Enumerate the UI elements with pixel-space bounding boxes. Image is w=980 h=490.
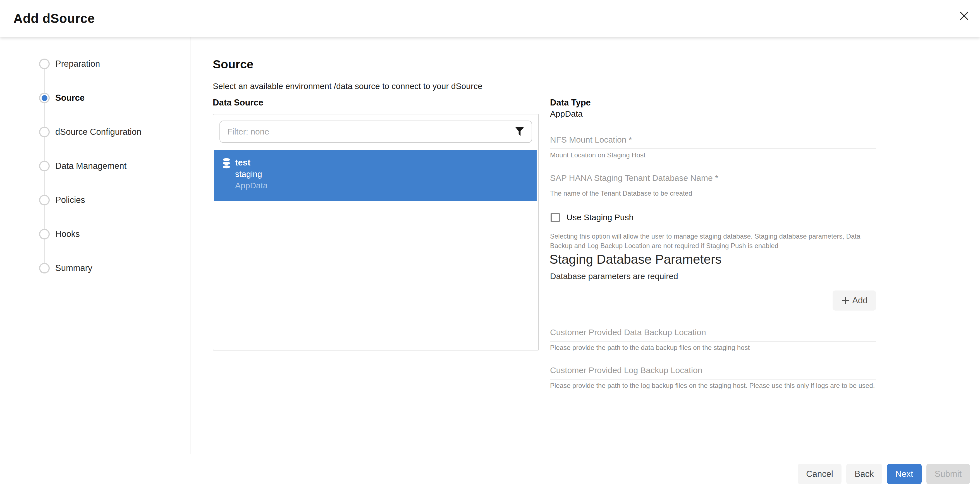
field-helper-text: Mount Location on Staging Host	[550, 151, 876, 159]
stepper-content-divider	[190, 37, 191, 454]
staging-push-description: Selecting this option will allow the use…	[550, 232, 874, 251]
data-source-list-item-selected[interactable]: test staging AppData	[214, 150, 537, 201]
step-label: Summary	[55, 263, 92, 273]
data-source-type: AppData	[235, 180, 268, 191]
database-icon	[222, 158, 231, 168]
data-backup-location-input[interactable]	[550, 328, 876, 341]
data-source-environment: staging	[235, 168, 268, 180]
back-button[interactable]: Back	[846, 464, 882, 484]
step-data-management[interactable]: Data Management	[39, 161, 126, 171]
log-backup-location-input[interactable]	[550, 366, 876, 379]
field-helper-text: The name of the Tenant Database to be cr…	[550, 189, 876, 197]
step-circle-icon	[39, 161, 50, 171]
field-helper-text: Please provide the path to the data back…	[550, 344, 876, 352]
data-source-list-box: test staging AppData	[213, 114, 539, 350]
step-label: Source	[55, 93, 84, 103]
staging-parameters-subheading: Database parameters are required	[550, 271, 678, 281]
use-staging-push-checkbox[interactable]	[550, 213, 560, 222]
step-circle-active-icon	[39, 93, 50, 103]
tenant-database-name-input[interactable]	[550, 173, 876, 187]
filter-field	[220, 121, 532, 143]
step-label: Policies	[55, 195, 85, 205]
step-summary[interactable]: Summary	[39, 263, 92, 273]
dialog-header: Add dSource	[0, 0, 980, 37]
step-circle-icon	[39, 229, 50, 239]
step-dsource-configuration[interactable]: dSource Configuration	[39, 127, 141, 137]
page-description: Select an available environment /data so…	[213, 81, 482, 91]
data-source-name: test	[235, 157, 268, 168]
log-backup-location-field: Please provide the path to the log backu…	[550, 366, 876, 390]
tenant-database-name-field: The name of the Tenant Database to be cr…	[550, 173, 876, 197]
nfs-mount-location-field: Mount Location on Staging Host	[550, 135, 876, 159]
field-helper-text: Please provide the path to the log backu…	[550, 382, 876, 390]
page-title: Source	[213, 57, 253, 71]
filter-funnel-icon	[515, 127, 524, 137]
use-staging-push-row: Use Staging Push	[550, 212, 633, 222]
next-button[interactable]: Next	[887, 464, 922, 484]
add-parameter-button[interactable]: Add	[832, 290, 876, 311]
step-hooks[interactable]: Hooks	[39, 229, 80, 239]
add-dsource-dialog: Add dSource Preparation Source dSource C…	[0, 0, 980, 490]
step-source[interactable]: Source	[39, 93, 84, 103]
footer-actions: Cancel Back Next Submit	[798, 464, 970, 484]
step-label: Hooks	[55, 229, 80, 239]
step-policies[interactable]: Policies	[39, 195, 85, 205]
dialog-title: Add dSource	[13, 11, 95, 26]
step-circle-icon	[39, 127, 50, 137]
step-label: Preparation	[55, 59, 100, 69]
data-source-item-text: test staging AppData	[235, 157, 268, 191]
step-preparation[interactable]: Preparation	[39, 59, 100, 69]
submit-button[interactable]: Submit	[926, 464, 970, 484]
data-type-label: Data Type	[550, 98, 591, 108]
plus-icon	[841, 296, 850, 305]
step-circle-icon	[39, 195, 50, 205]
data-type-value: AppData	[550, 109, 583, 119]
filter-input[interactable]	[220, 121, 532, 143]
nfs-mount-location-input[interactable]	[550, 135, 876, 149]
step-label: dSource Configuration	[55, 127, 141, 137]
staging-parameters-heading: Staging Database Parameters	[549, 252, 721, 267]
step-label: Data Management	[55, 161, 126, 171]
close-button[interactable]	[956, 8, 972, 24]
use-staging-push-label: Use Staging Push	[566, 212, 633, 222]
data-backup-location-field: Please provide the path to the data back…	[550, 328, 876, 352]
data-source-label: Data Source	[213, 98, 263, 108]
step-circle-icon	[39, 59, 50, 69]
add-button-label: Add	[852, 295, 867, 306]
step-circle-icon	[39, 263, 50, 273]
cancel-button[interactable]: Cancel	[798, 464, 842, 484]
close-icon	[958, 10, 970, 22]
wizard-stepper: Preparation Source dSource Configuration…	[0, 37, 190, 454]
